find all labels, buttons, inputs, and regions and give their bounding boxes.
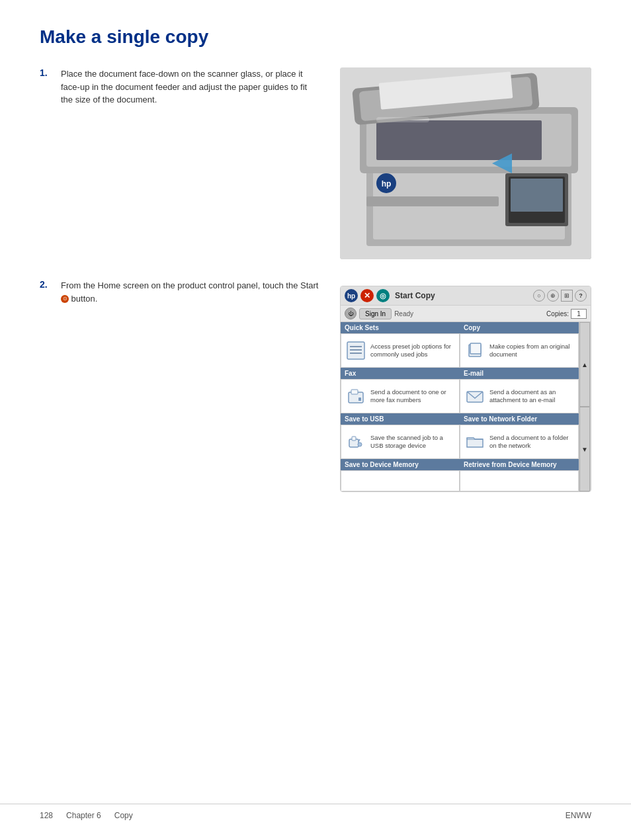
step-2: 2. From the Home screen on the product c… <box>40 279 320 305</box>
fax-header: Fax <box>341 368 460 379</box>
fax-header-cell: Fax Send a document to one or more fax n… <box>341 368 460 413</box>
retrieve-memory-header: Retrieve from Device Memory <box>460 459 579 470</box>
footer-right: ENWW <box>566 811 591 820</box>
copy-icon <box>464 340 485 361</box>
scroll-down-button[interactable]: ▼ <box>579 407 590 491</box>
fax-cell[interactable]: Send a document to one or more fax numbe… <box>341 379 460 413</box>
cp-second-row: ⏻ Sign In Ready Copies: 1 <box>341 306 591 322</box>
retrieve-memory-header-cell: Retrieve from Device Memory <box>460 459 579 491</box>
page-number: 128 <box>40 811 53 820</box>
save-usb-cell[interactable]: Save the scanned job to a USB storage de… <box>341 425 460 459</box>
svg-point-29 <box>358 442 362 446</box>
svg-rect-25 <box>358 398 361 401</box>
save-usb-header: Save to USB <box>341 413 460 425</box>
quick-sets-icon <box>345 340 366 361</box>
usb-icon <box>345 431 366 452</box>
save-memory-header-cell: Save to Device Memory <box>341 459 460 491</box>
fax-text: Send a document to one or more fax numbe… <box>370 388 455 405</box>
email-text: Send a document as an attachment to an e… <box>489 388 574 405</box>
svg-rect-22 <box>470 343 481 354</box>
page-title: Make a single copy <box>40 26 591 48</box>
retrieve-memory-cell[interactable] <box>460 470 579 491</box>
section2: 2. From the Home screen on the product c… <box>40 279 591 492</box>
email-icon <box>464 386 485 407</box>
cp-copies-area: Copies: 1 <box>546 309 587 319</box>
right-column: hp <box>340 67 591 259</box>
circle1-icon[interactable]: ○ <box>533 290 545 302</box>
cp-top-bar: hp ✕ ◎ Start Copy ○ ⊕ ⊞ ? <box>341 286 591 306</box>
ready-status: Ready <box>394 310 413 317</box>
sign-in-button[interactable]: Sign In <box>359 308 392 319</box>
svg-text:hp: hp <box>382 179 392 189</box>
section-text: Copy <box>114 811 133 820</box>
step-2-text: From the Home screen on the product cont… <box>61 279 320 305</box>
page-container: Make a single copy 1. Place the document… <box>0 0 631 538</box>
quick-sets-text: Access preset job options for commonly u… <box>370 343 455 359</box>
save-usb-header-cell: Save to USB Save the scanned job to a US… <box>341 413 460 459</box>
control-panel: hp ✕ ◎ Start Copy ○ ⊕ ⊞ ? <box>340 286 591 492</box>
footer: 128 Chapter 6 Copy ENWW <box>0 804 631 820</box>
left-column: 1. Place the document face-down on the s… <box>40 67 327 259</box>
save-usb-text: Save the scanned job to a USB storage de… <box>370 434 455 450</box>
svg-rect-12 <box>511 179 563 212</box>
folder-icon <box>464 431 485 452</box>
copies-value[interactable]: 1 <box>571 309 587 319</box>
printer-image: hp <box>340 67 591 259</box>
content-area: 1. Place the document face-down on the s… <box>40 67 591 259</box>
help-icon[interactable]: ? <box>575 290 587 302</box>
save-network-text: Send a document to a folder on the netwo… <box>489 434 574 450</box>
copy-header: Copy <box>460 322 579 333</box>
svg-rect-17 <box>347 342 364 359</box>
save-network-header: Save to Network Folder <box>460 413 579 425</box>
svg-rect-5 <box>376 120 542 160</box>
locale-text: ENWW <box>566 811 591 820</box>
cp-second-row-left: ⏻ Sign In Ready <box>345 308 413 319</box>
quick-sets-header-cell: Quick Sets Access preset job options for… <box>341 322 460 368</box>
copy-text: Make copies from an original document <box>489 343 574 359</box>
save-memory-header: Save to Device Memory <box>341 459 460 470</box>
copy-header-cell: Copy Make copies from an original docume… <box>460 322 579 368</box>
scroll-up-button[interactable]: ▲ <box>579 322 590 407</box>
email-header-cell: E-mail Send a document as an attachment … <box>460 368 579 413</box>
step-1: 1. Place the document face-down on the s… <box>40 67 320 106</box>
settings-icon[interactable]: ◎ <box>376 289 390 302</box>
printer-svg: hp <box>340 67 591 259</box>
stop-icon[interactable]: ✕ <box>360 289 374 302</box>
svg-rect-9 <box>366 196 499 206</box>
step2-content-area: 2. From the Home screen on the product c… <box>40 279 591 492</box>
step2-right: hp ✕ ◎ Start Copy ○ ⊕ ⊞ ? <box>340 279 591 492</box>
save-network-cell[interactable]: Send a document to a folder on the netwo… <box>460 425 579 459</box>
cp-right-icons: ○ ⊕ ⊞ ? <box>533 290 587 302</box>
cp-menu-area: Quick Sets Access preset job options for… <box>341 322 591 491</box>
power-icon[interactable]: ⏻ <box>345 308 357 319</box>
hp-logo-icon: hp <box>345 289 358 302</box>
chapter-text: Chapter 6 <box>66 811 101 820</box>
step-2-number: 2. <box>40 279 53 305</box>
quick-sets-header: Quick Sets <box>341 322 460 333</box>
svg-rect-28 <box>352 437 356 441</box>
step-1-number: 1. <box>40 67 53 106</box>
step-1-text: Place the document face-down on the scan… <box>61 67 320 106</box>
circle2-icon[interactable]: ⊕ <box>547 290 559 302</box>
copy-cell[interactable]: Make copies from an original document <box>460 333 579 368</box>
start-copy-label: Start Copy <box>395 291 530 300</box>
fax-icon <box>345 386 366 407</box>
svg-rect-24 <box>351 390 358 394</box>
email-header: E-mail <box>460 368 579 379</box>
email-cell[interactable]: Send a document as an attachment to an e… <box>460 379 579 413</box>
copies-label: Copies: <box>546 310 569 317</box>
scroll-buttons: ▲ ▼ <box>579 322 591 491</box>
svg-rect-16 <box>376 117 429 122</box>
quick-sets-cell[interactable]: Access preset job options for commonly u… <box>341 333 460 368</box>
save-network-header-cell: Save to Network Folder Send a document t… <box>460 413 579 459</box>
save-memory-cell[interactable] <box>341 470 460 491</box>
footer-left: 128 Chapter 6 Copy <box>40 811 133 820</box>
grid-icon[interactable]: ⊞ <box>561 290 573 302</box>
step2-left: 2. From the Home screen on the product c… <box>40 279 327 492</box>
cp-menu-grid: Quick Sets Access preset job options for… <box>341 322 579 491</box>
